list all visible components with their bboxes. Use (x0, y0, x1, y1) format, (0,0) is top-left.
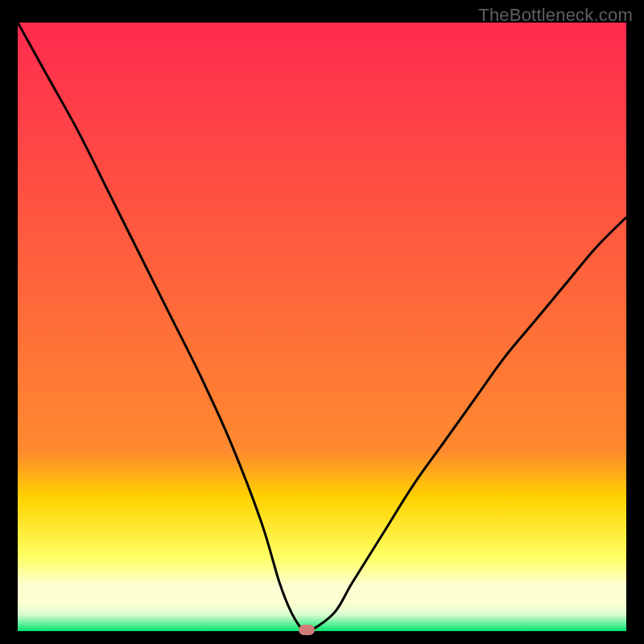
gradient-background (18, 23, 626, 631)
optimal-point-marker (299, 625, 315, 635)
chart-frame (18, 23, 626, 631)
bottleneck-chart (18, 23, 626, 631)
